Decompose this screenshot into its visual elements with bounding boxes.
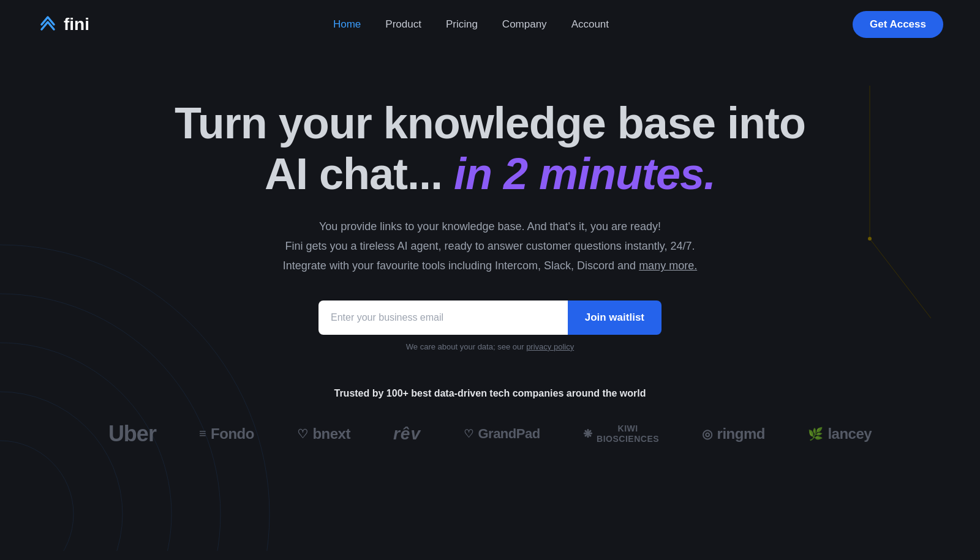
navbar: fini Home Product Pricing Company Accoun… bbox=[0, 0, 980, 49]
rev-label: rêv bbox=[393, 424, 421, 444]
logo-lancey: 🌿 lancey bbox=[808, 425, 872, 442]
logo-kiwi: ❋ KIWIBIOSCIENCES bbox=[583, 424, 659, 444]
hero-content: Turn your knowledge base into AI chat...… bbox=[37, 98, 943, 351]
nav-links: Home Product Pricing Company Account bbox=[333, 18, 609, 31]
logo-ringmd: ◎ ringmd bbox=[702, 425, 765, 442]
logo-grandpad: ♡ GrandPad bbox=[464, 426, 540, 442]
logo-fondo: ≡ Fondo bbox=[199, 425, 254, 442]
trusted-title: Trusted by 100+ best data-driven tech co… bbox=[37, 388, 943, 399]
uber-label: Uber bbox=[108, 421, 156, 447]
nav-item-account[interactable]: Account bbox=[571, 18, 609, 30]
hero-section: Turn your knowledge base into AI chat...… bbox=[0, 49, 980, 483]
email-form: Join waitlist bbox=[318, 301, 662, 335]
company-logos: Uber ≡ Fondo ♡ bnext rêv ♡ GrandPad ❋ KI… bbox=[37, 421, 943, 447]
svg-point-0 bbox=[0, 441, 74, 551]
fondo-icon: ≡ bbox=[199, 427, 206, 441]
trusted-section: Trusted by 100+ best data-driven tech co… bbox=[37, 388, 943, 447]
fondo-label: Fondo bbox=[211, 425, 254, 442]
nav-item-home[interactable]: Home bbox=[333, 18, 361, 30]
svg-point-2 bbox=[0, 343, 172, 551]
email-input[interactable] bbox=[318, 301, 568, 335]
hero-heading: Turn your knowledge base into AI chat...… bbox=[37, 98, 943, 200]
ringmd-icon: ◎ bbox=[702, 427, 712, 441]
logo-bnext: ♡ bnext bbox=[297, 425, 350, 442]
join-waitlist-button[interactable]: Join waitlist bbox=[568, 301, 662, 335]
privacy-policy-link[interactable]: privacy policy bbox=[526, 342, 574, 351]
nav-item-company[interactable]: Company bbox=[502, 18, 547, 30]
brand-name: fini bbox=[64, 15, 89, 34]
bnext-label: bnext bbox=[312, 425, 350, 442]
ringmd-label: ringmd bbox=[717, 425, 765, 442]
kiwi-icon: ❋ bbox=[583, 427, 592, 441]
hero-subtitle: You provide links to your knowledge base… bbox=[276, 217, 704, 276]
kiwi-label: KIWIBIOSCIENCES bbox=[597, 424, 659, 444]
logo-uber: Uber bbox=[108, 421, 156, 447]
many-more-link[interactable]: many more. bbox=[639, 259, 697, 272]
privacy-note: We care about your data; see our privacy… bbox=[37, 342, 943, 351]
lancey-label: lancey bbox=[827, 425, 872, 442]
grandpad-label: GrandPad bbox=[478, 426, 540, 442]
nav-item-pricing[interactable]: Pricing bbox=[446, 18, 478, 30]
lancey-icon: 🌿 bbox=[808, 427, 823, 441]
get-access-button[interactable]: Get Access bbox=[853, 11, 943, 38]
nav-item-product[interactable]: Product bbox=[385, 18, 421, 30]
brand-logo[interactable]: fini bbox=[37, 13, 89, 35]
bnext-icon: ♡ bbox=[297, 427, 308, 441]
grandpad-icon: ♡ bbox=[464, 427, 473, 441]
logo-rev: rêv bbox=[393, 424, 421, 444]
